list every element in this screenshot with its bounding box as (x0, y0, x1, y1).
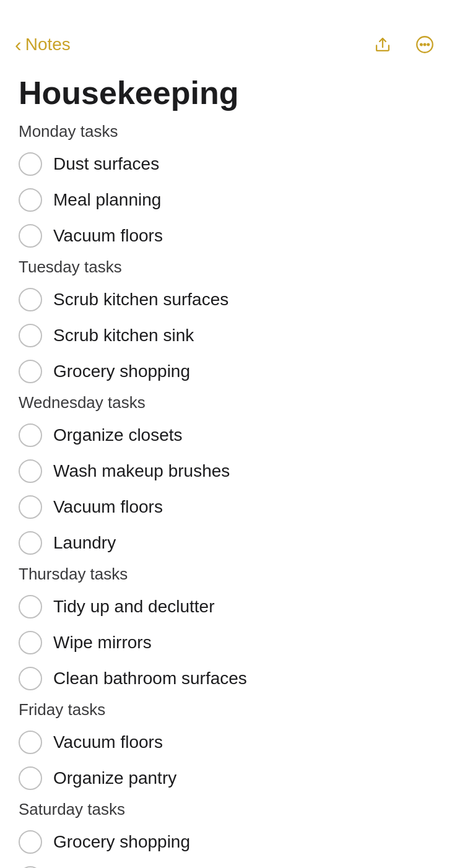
task-checkbox[interactable] (19, 324, 42, 347)
more-button[interactable] (412, 32, 437, 57)
task-label: Scrub kitchen surfaces (53, 289, 228, 311)
chevron-left-icon: ‹ (15, 33, 22, 56)
list-item: Vacuum floors (19, 489, 433, 525)
list-item: Vacuum floors (19, 218, 433, 254)
task-label: Vacuum floors (53, 731, 163, 753)
section-wednesday: Wednesday tasksOrganize closetsWash make… (19, 393, 433, 561)
task-checkbox[interactable] (19, 288, 42, 311)
task-list-wednesday: Organize closetsWash makeup brushesVacuu… (19, 417, 433, 561)
back-label: Notes (25, 35, 71, 54)
list-item: Wash makeup brushes (19, 453, 433, 489)
back-button[interactable]: ‹ Notes (15, 33, 71, 56)
task-list-saturday: Grocery shoppingVacuum upholstery (19, 824, 433, 868)
task-checkbox[interactable] (19, 830, 42, 854)
task-list-monday: Dust surfacesMeal planningVacuum floors (19, 146, 433, 254)
section-heading-tuesday: Tuesday tasks (19, 258, 433, 277)
svg-point-2 (420, 44, 422, 46)
note-content: Housekeeping Monday tasksDust surfacesMe… (0, 69, 452, 868)
list-item: Scrub kitchen surfaces (19, 282, 433, 318)
task-label: Clean bathroom surfaces (53, 667, 247, 690)
task-label: Tidy up and declutter (53, 596, 214, 618)
section-heading-wednesday: Wednesday tasks (19, 393, 433, 412)
task-checkbox[interactable] (19, 595, 42, 618)
task-checkbox[interactable] (19, 495, 42, 519)
section-heading-saturday: Saturday tasks (19, 800, 433, 819)
page-title: Housekeeping (19, 76, 433, 111)
task-label: Scrub kitchen sink (53, 324, 194, 347)
list-item: Grocery shopping (19, 824, 433, 860)
header-actions (370, 32, 437, 57)
share-button[interactable] (370, 32, 395, 57)
section-heading-monday: Monday tasks (19, 122, 433, 141)
list-item: Vacuum upholstery (19, 860, 433, 868)
task-label: Dust surfaces (53, 153, 159, 175)
task-label: Meal planning (53, 189, 161, 211)
list-item: Wipe mirrors (19, 625, 433, 661)
section-saturday: Saturday tasksGrocery shoppingVacuum uph… (19, 800, 433, 868)
task-label: Grocery shopping (53, 831, 190, 853)
task-label: Grocery shopping (53, 360, 190, 383)
section-friday: Friday tasksVacuum floorsOrganize pantry (19, 700, 433, 796)
task-checkbox[interactable] (19, 188, 42, 212)
task-label: Organize pantry (53, 767, 176, 789)
task-checkbox[interactable] (19, 423, 42, 447)
task-checkbox[interactable] (19, 152, 42, 176)
list-item: Vacuum floors (19, 724, 433, 760)
task-list-friday: Vacuum floorsOrganize pantry (19, 724, 433, 796)
task-checkbox[interactable] (19, 459, 42, 483)
task-checkbox[interactable] (19, 631, 42, 654)
list-item: Dust surfaces (19, 146, 433, 182)
section-heading-thursday: Thursday tasks (19, 565, 433, 584)
list-item: Meal planning (19, 182, 433, 218)
list-item: Grocery shopping (19, 354, 433, 389)
list-item: Clean bathroom surfaces (19, 661, 433, 697)
header: ‹ Notes (0, 0, 452, 69)
section-tuesday: Tuesday tasksScrub kitchen surfacesScrub… (19, 258, 433, 389)
task-label: Wipe mirrors (53, 631, 152, 654)
list-item: Laundry (19, 525, 433, 561)
task-checkbox[interactable] (19, 731, 42, 754)
task-list-thursday: Tidy up and declutterWipe mirrorsClean b… (19, 589, 433, 697)
list-item: Organize closets (19, 417, 433, 453)
list-item: Scrub kitchen sink (19, 318, 433, 354)
svg-point-3 (424, 44, 426, 46)
task-label: Wash makeup brushes (53, 460, 230, 482)
section-monday: Monday tasksDust surfacesMeal planningVa… (19, 122, 433, 254)
list-item: Organize pantry (19, 760, 433, 796)
list-item: Tidy up and declutter (19, 589, 433, 625)
task-checkbox[interactable] (19, 667, 42, 690)
task-label: Vacuum floors (53, 225, 163, 247)
task-label: Organize closets (53, 424, 183, 446)
task-checkbox[interactable] (19, 224, 42, 248)
svg-point-4 (427, 44, 429, 46)
task-label: Laundry (53, 532, 116, 554)
task-checkbox[interactable] (19, 766, 42, 790)
task-checkbox[interactable] (19, 531, 42, 555)
section-heading-friday: Friday tasks (19, 700, 433, 719)
task-checkbox[interactable] (19, 360, 42, 383)
task-label: Vacuum floors (53, 496, 163, 518)
sections-container: Monday tasksDust surfacesMeal planningVa… (19, 122, 433, 868)
task-list-tuesday: Scrub kitchen surfacesScrub kitchen sink… (19, 282, 433, 389)
section-thursday: Thursday tasksTidy up and declutterWipe … (19, 565, 433, 697)
